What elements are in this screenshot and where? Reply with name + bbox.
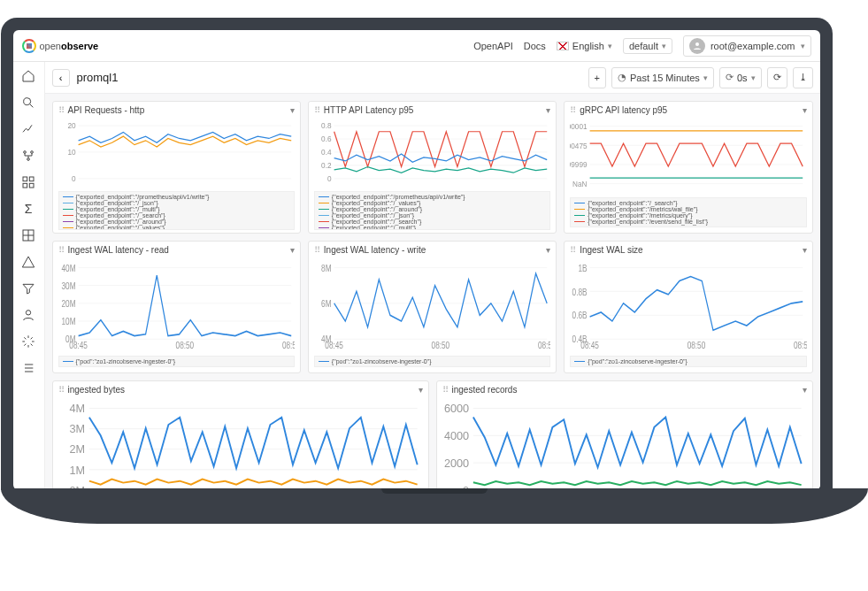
drag-handle-icon[interactable]: ⠿: [58, 385, 65, 395]
legend-item[interactable]: {"pod":"zo1-zincobserve-ingester-0"}: [63, 358, 290, 365]
brand-logo[interactable]: openobserve: [22, 39, 99, 53]
panel-body: 0.000010.004750.999999NaN {"exported_end…: [565, 119, 811, 233]
add-panel-button[interactable]: +: [588, 67, 606, 88]
legend: {"pod":"zo1-zincobserve-ingester-0"}: [570, 356, 806, 367]
legend-item[interactable]: {"exported_endpoint":"/_multi"}: [319, 225, 546, 230]
panel-menu-button[interactable]: ▾: [546, 245, 550, 255]
svg-text:0.00475: 0.00475: [570, 141, 588, 150]
refresh-interval-selector[interactable]: ⟳ 0s ▾: [719, 67, 762, 88]
brand-part2: observe: [61, 41, 98, 51]
legend-item[interactable]: {"pod":"zo1-zincobserve-ingester-0"}: [319, 358, 546, 365]
panel-ingested_bytes: ⠿ ingested bytes ▾ 4M3M2M1M0M: [52, 380, 429, 490]
flag-icon: [557, 42, 569, 50]
panel-body: 1B0.8B0.6B0.4B08:4508:5008:55 {"pod":"zo…: [565, 258, 811, 372]
drag-handle-icon[interactable]: ⠿: [58, 245, 65, 255]
org-name: default: [629, 41, 658, 51]
svg-text:0: 0: [71, 175, 75, 183]
page-header: ‹ promql1 + ◔ Past 15 Minutes ▾ ⟳ 0s ▾ ⟳: [45, 62, 820, 94]
legend-item[interactable]: {"exported_endpoint":"/_search"}: [574, 200, 802, 206]
traces-icon[interactable]: [19, 147, 37, 165]
panel-menu-button[interactable]: ▾: [803, 385, 807, 395]
legend-item[interactable]: {"exported_endpoint":"/prometheus/api/v1…: [319, 194, 546, 200]
sidebar: Σ: [13, 62, 45, 490]
legend-item[interactable]: {"exported_endpoint":"/_json"}: [319, 212, 546, 219]
logo-icon: [22, 39, 36, 53]
svg-rect-8: [29, 183, 34, 188]
panel-title: ingested bytes: [68, 385, 415, 395]
svg-text:6000: 6000: [443, 403, 468, 415]
legend-item[interactable]: {"exported_endpoint":"/metrics/query"}: [574, 212, 802, 219]
drag-handle-icon[interactable]: ⠿: [442, 385, 449, 395]
svg-text:08:50: 08:50: [175, 340, 194, 351]
panel-menu-button[interactable]: ▾: [419, 385, 423, 395]
legend-item[interactable]: {"exported_endpoint":"/_search"}: [319, 219, 546, 225]
brand-part1: open: [40, 41, 61, 51]
legend-item[interactable]: {"exported_endpoint":"/metrics/wal_file"…: [574, 206, 802, 212]
home-icon[interactable]: [19, 67, 37, 85]
user-menu[interactable]: root@example.com ▾: [683, 35, 811, 57]
drag-handle-icon[interactable]: ⠿: [58, 105, 65, 115]
sigma-icon[interactable]: Σ: [19, 200, 37, 218]
legend-item[interactable]: {"exported_endpoint":"/_json"}: [63, 200, 290, 206]
panel-grpc_latency: ⠿ gRPC API latency p95 ▾ 0.000010.004750…: [564, 101, 812, 234]
list-icon[interactable]: [19, 359, 37, 377]
svg-text:08:45: 08:45: [69, 340, 88, 351]
svg-point-1: [24, 98, 31, 105]
legend-item[interactable]: {"exported_endpoint":"/_around"}: [319, 206, 546, 212]
panel-wal_size: ⠿ Ingest WAL size ▾ 1B0.8B0.6B0.4B08:450…: [564, 241, 812, 373]
metrics-icon[interactable]: [19, 120, 37, 138]
alerts-icon[interactable]: [19, 253, 37, 271]
legend-item[interactable]: {"exported_endpoint":"/event/send_file_l…: [574, 219, 802, 225]
drag-handle-icon[interactable]: ⠿: [570, 105, 576, 115]
panel-body: 0.80.60.40.20 {"exported_endpoint":"/pro…: [309, 119, 556, 235]
panel-menu-button[interactable]: ▾: [803, 245, 807, 255]
svg-text:1B: 1B: [579, 262, 588, 273]
org-selector[interactable]: default ▾: [623, 38, 672, 54]
panel-menu-button[interactable]: ▾: [803, 105, 807, 115]
panel-title: gRPC API latency p95: [580, 105, 798, 115]
time-range-selector[interactable]: ◔ Past 15 Minutes ▾: [611, 67, 714, 88]
drag-handle-icon[interactable]: ⠿: [314, 245, 320, 255]
legend-item[interactable]: {"exported_endpoint":"/_values"}: [63, 225, 290, 230]
refresh-button[interactable]: ⟳: [767, 67, 787, 88]
svg-text:0: 0: [327, 175, 332, 183]
back-button[interactable]: ‹: [52, 69, 70, 87]
svg-text:20M: 20M: [61, 298, 75, 310]
svg-text:0.00001: 0.00001: [570, 122, 588, 131]
legend-item[interactable]: {"exported_endpoint":"/_search"}: [63, 212, 290, 219]
panel-menu-button[interactable]: ▾: [546, 105, 550, 115]
download-button[interactable]: ⤓: [793, 67, 813, 88]
panel-menu-button[interactable]: ▾: [290, 105, 295, 115]
openapi-link[interactable]: OpenAPI: [473, 41, 513, 51]
panel-api_requests: ⠿ API Requests - http ▾ 20100 {"exported…: [52, 101, 301, 234]
filter-icon[interactable]: [19, 280, 37, 297]
legend-item[interactable]: {"pod":"zo1-zincobserve-ingester-0"}: [574, 358, 802, 365]
docs-link[interactable]: Docs: [524, 41, 546, 51]
drag-handle-icon[interactable]: ⠿: [570, 245, 576, 255]
panel-title: Ingest WAL latency - write: [324, 245, 542, 255]
integrations-icon[interactable]: [19, 333, 37, 350]
drag-handle-icon[interactable]: ⠿: [314, 105, 320, 115]
pipelines-icon[interactable]: [19, 226, 37, 244]
svg-text:20: 20: [67, 122, 76, 130]
language-selector[interactable]: English ▾: [557, 41, 612, 51]
chevron-down-icon: ▾: [751, 73, 756, 82]
dashboards-icon[interactable]: [19, 173, 37, 191]
svg-point-4: [27, 158, 30, 161]
dashboard-grid: ⠿ API Requests - http ▾ 20100 {"exported…: [45, 94, 820, 490]
search-icon[interactable]: [19, 94, 37, 111]
panel-menu-button[interactable]: ▾: [290, 245, 295, 255]
legend-item[interactable]: {"exported_endpoint":"/_values"}: [319, 200, 546, 206]
svg-text:0.8B: 0.8B: [572, 286, 588, 297]
legend: {"pod":"zo1-zincobserve-ingester-0"}: [58, 356, 295, 367]
panel-wal_write: ⠿ Ingest WAL latency - write ▾ 8M6M4M08:…: [308, 241, 557, 373]
legend-item[interactable]: {"exported_endpoint":"/_around"}: [63, 219, 290, 225]
svg-point-10: [26, 311, 30, 315]
legend-item[interactable]: {"exported_endpoint":"/prometheus/api/v1…: [63, 194, 290, 200]
legend: {"pod":"zo1-zincobserve-ingester-0"}: [314, 356, 550, 367]
avatar-icon: [689, 38, 705, 54]
users-icon[interactable]: [19, 306, 37, 324]
clock-icon: ◔: [618, 72, 626, 83]
legend-item[interactable]: {"exported_endpoint":"/_multi"}: [63, 206, 290, 212]
svg-text:08:50: 08:50: [687, 340, 706, 351]
